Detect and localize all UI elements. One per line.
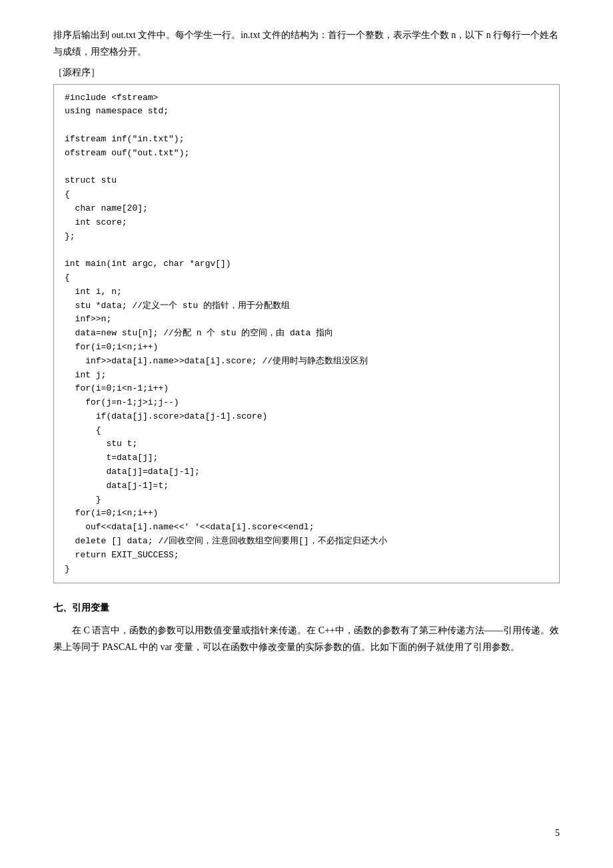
source-label: ［源程序］: [53, 64, 560, 81]
page-number: 5: [555, 825, 560, 841]
code-block: #include <fstream> using namespace std; …: [53, 84, 560, 584]
intro-text: 排序后输出到 out.txt 文件中。每个学生一行。in.txt 文件的结构为：…: [53, 27, 560, 60]
section7-title: 七、引用变量: [53, 599, 560, 616]
section7-body: 在 C 语言中，函数的参数可以用数值变量或指针来传递。在 C++中，函数的参数有…: [53, 622, 560, 655]
